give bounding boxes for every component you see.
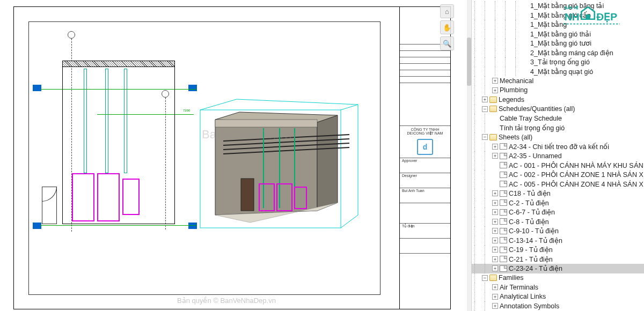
tree-item[interactable]: +C-9-10 - Tủ điện [472, 226, 644, 236]
tree-item[interactable]: +A2-35 - Unnamed [472, 151, 644, 161]
expand-icon[interactable]: + [492, 153, 498, 159]
svg-rect-9 [215, 120, 317, 127]
expand-icon[interactable]: + [492, 228, 498, 234]
expand-icon[interactable]: + [492, 256, 498, 262]
tree-item-label: Cable Tray Schedule [500, 115, 562, 122]
tree-item-label: A2-35 - Unnamed [509, 152, 562, 160]
tree-item[interactable]: −Schedules/Quantities (all) [472, 105, 644, 114]
tree-item[interactable]: AC - 002 - PHỐI CẢNH ZONE 1 NHÀ SẢN X [472, 170, 644, 180]
tree-item[interactable]: +C18 - Tủ điện [472, 189, 644, 198]
tree-item[interactable]: +C-23-24 - Tủ điện [472, 264, 644, 273]
tree-item-label: Annotation Symbols [500, 302, 559, 310]
section-marker [188, 223, 197, 229]
tree-item[interactable]: 1_Mặt bằng [472, 20, 644, 29]
tree-item[interactable]: +Annotation Symbols [472, 301, 644, 311]
folder-icon [489, 97, 497, 103]
section-marker [33, 223, 41, 229]
tree-item-label: Mechanical [500, 77, 533, 85]
tree-item[interactable]: AC - 005 - PHỐI CẢNH ZONE 4 NHÀ SẢN X [472, 180, 644, 189]
tree-item[interactable]: +Analytical Links [472, 292, 644, 302]
tree-item[interactable]: +A2-34 - Chi tiết treo đỡ và kết nối [472, 142, 644, 152]
tree-item[interactable]: 4_Mặt bằng quạt gió [472, 67, 644, 77]
nav-zoom-icon[interactable]: 🔍 [440, 36, 454, 50]
tree-item[interactable]: +C-6-7 - Tủ điện [472, 208, 644, 217]
expander-spacer [523, 50, 529, 56]
collapse-icon[interactable]: − [482, 134, 488, 140]
viewport-scrollbar[interactable] [467, 0, 471, 311]
scrollbar-thumb[interactable] [467, 38, 471, 86]
sheet-icon [500, 162, 507, 168]
titleblock-author: Bui Anh Tuan [401, 188, 426, 194]
expand-icon[interactable]: + [492, 247, 498, 253]
tree-item[interactable]: +C-13-14 - Tủ điện [472, 236, 644, 246]
tree-item-label: C-9-10 - Tủ điện [509, 227, 559, 235]
tree-item[interactable]: +Air Terminals [472, 283, 644, 292]
tree-item-label: Legends [499, 96, 524, 103]
svg-line-3 [341, 215, 358, 228]
expand-icon[interactable]: + [492, 284, 498, 290]
expand-icon[interactable]: + [492, 238, 498, 243]
sheet-icon [500, 190, 507, 197]
project-browser[interactable]: 1_Mặt bằng gió băng tải1_Mặt bằng gió cấ… [471, 0, 644, 311]
folder-icon [489, 106, 497, 112]
expand-icon[interactable]: + [492, 144, 498, 150]
tree-item-label: 2_Mặt bằng máng cáp điện [530, 49, 613, 57]
tree-item[interactable]: 1_Mặt bằng gió tươi [472, 39, 644, 48]
sheet-icon [500, 218, 507, 225]
expander-spacer [523, 12, 529, 18]
tree-item-label: Families [499, 274, 524, 282]
expand-icon[interactable]: + [482, 97, 488, 102]
tree-item-label: 1_Mặt bằng gió cấp [530, 11, 591, 19]
sheet-icon [500, 199, 507, 206]
tree-item[interactable]: Cable Tray Schedule [472, 114, 644, 123]
expand-icon[interactable]: + [492, 190, 498, 196]
tree-item[interactable]: +Plumbing [472, 86, 644, 95]
tree-item[interactable]: 1_Mặt bằng gió cấp [472, 11, 644, 20]
expander-spacer [523, 59, 529, 65]
sheet-icon [500, 256, 507, 262]
tree-item[interactable]: +C-8 - Tủ điện [472, 217, 644, 227]
tree-item[interactable]: +Legends [472, 95, 644, 105]
expander-spacer [523, 31, 529, 37]
expander-spacer [523, 21, 529, 27]
nav-home-icon[interactable]: ⌂ [440, 4, 454, 18]
sheet-icon [500, 228, 507, 234]
tree-item[interactable]: −Families [472, 273, 644, 283]
tree-item[interactable]: 3_Tải trọng ống gió [472, 57, 644, 67]
tree-item[interactable]: +Mechanical [472, 76, 644, 86]
tree-item-label: C-21 - Tủ điện [509, 255, 553, 263]
section-marker [188, 85, 197, 91]
expand-icon[interactable]: + [492, 219, 498, 225]
svg-line-2 [341, 105, 358, 110]
drawing-viewport[interactable]: CÔNG TY TNHH DEICONG VIỆT NAM d Approver… [0, 0, 456, 311]
sheet-canvas[interactable]: CÔNG TY TNHH DEICONG VIỆT NAM d Approver… [13, 6, 451, 309]
tree-item[interactable]: AC - 001 - PHỐI CẢNH NHÀ MÁY KHU SẢN [472, 161, 644, 171]
tree-item-label: AC - 001 - PHỐI CẢNH NHÀ MÁY KHU SẢN [509, 161, 643, 169]
tree-item-label: A2-34 - Chi tiết treo đỡ và kết nối [509, 143, 609, 151]
tree-item-label: AC - 002 - PHỐI CẢNH ZONE 1 NHÀ SẢN X [509, 171, 643, 179]
expand-icon[interactable]: + [492, 265, 498, 271]
tree-item-label: Schedules/Quantities (all) [499, 105, 575, 113]
collapse-icon[interactable]: − [482, 106, 488, 112]
tree-item-label: Analytical Links [500, 293, 546, 300]
tree-item-label: C-8 - Tủ điện [509, 218, 549, 226]
expand-icon[interactable]: + [492, 200, 498, 206]
expand-icon[interactable]: + [492, 87, 498, 93]
sheet-icon [500, 247, 507, 253]
tree-item[interactable]: +C-2 - Tủ điện [472, 198, 644, 208]
tree-item[interactable]: 1_Mặt bằng gió thải [472, 29, 644, 39]
expand-icon[interactable]: + [492, 209, 498, 215]
expand-icon[interactable]: + [492, 303, 498, 309]
expand-icon[interactable]: + [492, 78, 498, 84]
nav-pan-icon[interactable]: ✋ [440, 20, 454, 34]
collapse-icon[interactable]: − [482, 275, 488, 281]
tree-item[interactable]: +C-19 - Tủ điện [472, 245, 644, 255]
tree-item[interactable]: +C-21 - Tủ điện [472, 255, 644, 264]
tree-item-label: Sheets (all) [499, 134, 532, 141]
tree-item[interactable]: 2_Mặt bằng máng cáp điện [472, 48, 644, 58]
expand-icon[interactable]: + [492, 294, 498, 300]
tree-item[interactable]: Tính tải trọng ống gió [472, 123, 644, 133]
tree-item[interactable]: 1_Mặt bằng gió băng tải [472, 1, 644, 11]
tree-item[interactable]: −Sheets (all) [472, 132, 644, 142]
expander-spacer [523, 40, 529, 46]
